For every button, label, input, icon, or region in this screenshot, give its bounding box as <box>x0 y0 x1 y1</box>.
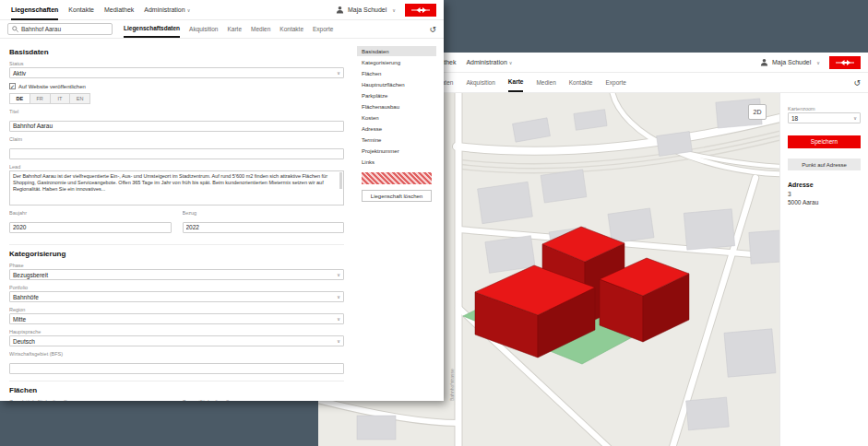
publish-label: Auf Website veröffentlichen <box>18 84 86 89</box>
portfolio-value: Bahnhöfe <box>13 294 39 300</box>
chevron-down-icon: ∨ <box>853 115 857 121</box>
top-nav: Liegenschaften Kontakte Mediathek Admini… <box>0 0 444 20</box>
person-icon <box>336 6 344 14</box>
kartenzoom-value: 18 <box>791 115 798 122</box>
section-heading-kategorisierung: Kategorisierung <box>9 250 344 258</box>
tab-akquisition[interactable]: Akquisition <box>466 73 494 92</box>
speichern-button[interactable]: Speichern <box>788 135 861 148</box>
search-icon <box>12 26 18 32</box>
lang-tab-de[interactable]: DE <box>9 93 30 104</box>
titel-label: Titel <box>9 109 344 114</box>
baujahr-input[interactable] <box>9 222 172 233</box>
tab-exporte[interactable]: Exporte <box>605 73 625 92</box>
nav-user-area: Maja Schudel ∨ <box>760 56 861 69</box>
section-divider <box>9 244 344 245</box>
tab-liegenschaftsdaten[interactable]: Liegenschaftsdaten <box>124 20 180 38</box>
sidebar-item-links[interactable]: Links <box>357 157 436 167</box>
chevron-down-icon: ∨ <box>337 316 340 322</box>
nav-item-kontakte[interactable]: Kontakte <box>68 0 94 20</box>
section-heading-basisdaten: Basisdaten <box>9 48 344 56</box>
section-divider <box>9 381 344 381</box>
tab-kontakte[interactable]: Kontakte <box>569 73 593 92</box>
sidebar-item-adresse[interactable]: Adresse <box>357 123 436 134</box>
section-nav-sidebar: Basisdaten Kategorisierung Flächen Haupt… <box>357 44 436 401</box>
tab-akquisition[interactable]: Akquisition <box>189 20 218 38</box>
basisdaten-form: Basisdaten Status Aktiv ∨ ✓ Auf Website … <box>9 44 357 401</box>
region-select[interactable]: Mitte ∨ <box>9 313 344 324</box>
gesamtflaeche-label: Gesamtfläche (in m²) <box>183 399 345 401</box>
grundstuecksflaeche-label: Grundstücksfläche (in m²) <box>9 399 172 401</box>
tab-karte[interactable]: Karte <box>508 73 524 92</box>
sidebar-item-flaechenausbau[interactable]: Flächenausbau <box>357 101 436 112</box>
map-side-panel: Kartenzoom 18 ∨ Speichern Punkt auf Adre… <box>779 93 868 446</box>
sidebar-item-parkplaetze[interactable]: Parkplätze <box>357 90 436 100</box>
detail-tab-bar: Bahnhof Aarau Liegenschaftsdaten Akquisi… <box>0 20 444 39</box>
tab-kontakte[interactable]: Kontakte <box>279 20 303 38</box>
tab-medien[interactable]: Medien <box>251 20 270 38</box>
sbb-logo-icon <box>835 59 855 66</box>
wirtschaftsgebiet-input[interactable] <box>9 363 344 374</box>
sidebar-item-termine[interactable]: Termine <box>357 135 436 145</box>
status-select[interactable]: Aktiv ∨ <box>9 67 344 78</box>
publish-checkbox[interactable]: ✓ <box>9 83 16 89</box>
lead-textarea[interactable]: Der Bahnhof Aarau ist der vielfrequentie… <box>9 170 344 205</box>
chevron-down-icon: ∨ <box>337 70 340 76</box>
sidebar-item-basisdaten[interactable]: Basisdaten <box>357 46 436 56</box>
adresse-line-2: 5000 Aarau <box>788 199 861 205</box>
sidebar-item-projektnummer[interactable]: Projektnummer <box>357 146 436 156</box>
punkt-auf-adresse-button[interactable]: Punkt auf Adresse <box>788 158 861 170</box>
lang-tab-en[interactable]: EN <box>70 93 90 104</box>
portfolio-select[interactable]: Bahnhöfe ∨ <box>9 291 344 302</box>
kartenzoom-label: Kartenzoom <box>788 106 861 112</box>
nav-item-liegenschaften[interactable]: Liegenschaften <box>11 0 58 20</box>
tab-exporte[interactable]: Exporte <box>313 20 333 38</box>
form-content: Basisdaten Status Aktiv ∨ ✓ Auf Website … <box>0 39 444 401</box>
history-icon[interactable]: ↺ <box>429 25 436 34</box>
tab-karte[interactable]: Karte <box>227 20 242 38</box>
tab-medien[interactable]: Medien <box>536 73 555 92</box>
user-menu[interactable]: Maja Schudel <box>348 6 386 13</box>
kartenzoom-select[interactable]: 18 ∨ <box>788 112 861 123</box>
nav-item-administration[interactable]: Administration∨ <box>466 53 512 73</box>
street-label: Bahnhofstrasse <box>449 369 455 401</box>
sidebar-item-flaechen[interactable]: Flächen <box>357 68 436 78</box>
chevron-down-icon: ∨ <box>509 60 513 65</box>
adresse-heading: Adresse <box>788 182 861 188</box>
nav-item-mediathek[interactable]: Mediathek <box>104 0 134 20</box>
wirtschaftsgebiet-label: Wirtschaftsgebiet (BFS) <box>9 351 344 357</box>
bezug-input[interactable] <box>183 222 345 233</box>
history-icon[interactable]: ↺ <box>853 78 861 88</box>
adresse-line-1: 3 <box>788 191 861 197</box>
delete-property-button[interactable]: Liegenschaft löschen <box>362 190 432 202</box>
claim-label: Claim <box>9 136 344 142</box>
phase-select[interactable]: Bezugsbereit ∨ <box>9 269 344 280</box>
nav-item-administration[interactable]: Administration∨ <box>144 0 190 20</box>
hauptsprache-select[interactable]: Deutsch ∨ <box>9 335 344 346</box>
chevron-down-icon: ∨ <box>187 7 191 13</box>
titel-input[interactable] <box>9 121 344 132</box>
hauptsprache-value: Deutsch <box>13 338 35 345</box>
nav-user-area: Maja Schudel ∨ <box>336 4 436 17</box>
textarea-scrollbar[interactable] <box>339 172 342 189</box>
delete-drop-zone[interactable] <box>362 172 432 184</box>
chevron-down-icon: ∨ <box>337 294 340 299</box>
sidebar-item-kategorisierung[interactable]: Kategorisierung <box>357 57 436 67</box>
portfolio-label: Portfolio <box>9 285 344 290</box>
property-search-input[interactable]: Bahnhof Aarau <box>7 23 113 35</box>
lang-tab-fr[interactable]: FR <box>30 93 51 104</box>
phase-label: Phase <box>9 263 344 268</box>
language-tabs: DE FR IT EN <box>9 93 90 104</box>
person-icon <box>760 58 768 66</box>
search-value: Bahnhof Aarau <box>21 26 61 32</box>
lang-tab-it[interactable]: IT <box>51 93 71 104</box>
section-heading-flaechen: Flächen <box>9 386 344 394</box>
sidebar-item-kosten[interactable]: Kosten <box>357 112 436 123</box>
bezug-label: Bezug <box>183 210 345 216</box>
sbb-logo <box>405 4 436 17</box>
sidebar-item-hauptnutzflaechen[interactable]: Hauptnutzflächen <box>357 79 436 89</box>
map-2d-toggle-button[interactable]: 2D <box>748 104 767 120</box>
status-value: Aktiv <box>13 70 26 76</box>
chevron-down-icon: ∨ <box>392 7 396 13</box>
claim-input[interactable] <box>9 148 344 159</box>
user-menu[interactable]: Maja Schudel <box>772 59 811 65</box>
